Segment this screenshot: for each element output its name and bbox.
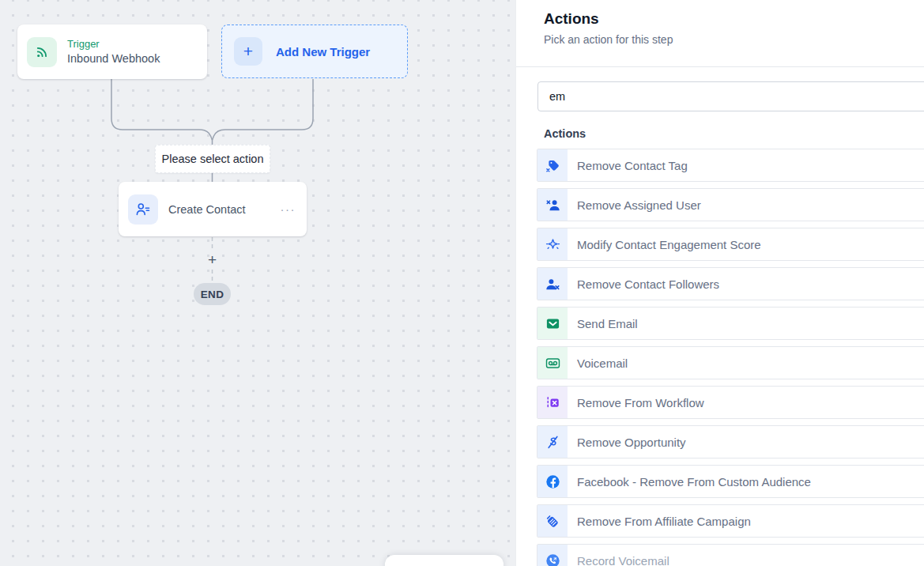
voicemail-icon [537, 347, 568, 379]
action-item-remove-affiliate-campaign[interactable]: Remove From Affiliate Campaign [537, 504, 924, 538]
workflow-canvas[interactable]: Trigger Inbound Webhook + Add New Trigge… [0, 0, 515, 566]
connector-lines [0, 0, 515, 566]
action-search-input[interactable] [537, 81, 924, 111]
action-item-label: Remove Assigned User [577, 198, 701, 212]
add-step-button[interactable]: + [204, 252, 221, 268]
action-item-label: Remove From Affiliate Campaign [577, 515, 751, 528]
action-item-facebook-remove-custom-audience[interactable]: Facebook - Remove From Custom Audience [537, 465, 924, 498]
email-icon [537, 308, 568, 339]
action-item-remove-contact-tag[interactable]: Remove Contact Tag [537, 149, 924, 182]
add-new-trigger-button[interactable]: + Add New Trigger [221, 25, 408, 78]
trigger-node-subtitle: Inbound Webhook [67, 51, 160, 66]
trigger-node-title: Trigger [67, 38, 160, 51]
panel-header: Actions Pick an action for this step [516, 0, 924, 67]
action-item-remove-assigned-user[interactable]: Remove Assigned User [537, 188, 924, 221]
end-label: END [201, 289, 224, 300]
action-item-send-email[interactable]: Send Email [537, 307, 924, 340]
action-item-label: Remove Contact Tag [577, 159, 688, 172]
panel-subtitle: Pick an action for this step [544, 33, 924, 46]
more-options-icon[interactable]: ··· [281, 202, 296, 216]
action-prompt-node[interactable]: Please select action [155, 145, 270, 173]
action-prompt-label: Please select action [162, 153, 264, 165]
action-item-label: Modify Contact Engagement Score [577, 238, 761, 251]
action-item-label: Facebook - Remove From Custom Audience [577, 475, 811, 489]
webhook-rss-icon [27, 37, 57, 67]
action-item-label: Remove Opportunity [577, 436, 686, 449]
phone-record-icon [537, 545, 568, 566]
user-remove-icon [537, 189, 568, 221]
plus-icon: + [234, 37, 262, 66]
create-contact-node[interactable]: Create Contact ··· [119, 182, 307, 236]
followers-remove-icon [537, 268, 568, 300]
action-item-label: Voicemail [577, 357, 628, 370]
workflow-remove-icon [537, 387, 568, 418]
action-item-label: Remove Contact Followers [577, 277, 719, 291]
action-item-label: Record Voicemail [577, 554, 669, 566]
actions-panel: Actions Pick an action for this step Act… [515, 0, 924, 566]
action-item-remove-from-workflow[interactable]: Remove From Workflow [537, 386, 924, 419]
action-list: Remove Contact Tag Remove Assigned User [537, 149, 924, 566]
action-item-remove-opportunity[interactable]: Remove Opportunity [537, 425, 924, 458]
trigger-node[interactable]: Trigger Inbound Webhook [17, 25, 207, 79]
facebook-icon [537, 466, 568, 497]
action-item-label: Send Email [577, 317, 638, 330]
handshake-icon [537, 505, 568, 537]
canvas-toolbar[interactable] [385, 555, 503, 566]
action-item-label: Remove From Workflow [577, 396, 704, 409]
opportunity-remove-icon [537, 426, 568, 458]
action-item-modify-engagement-score[interactable]: Modify Contact Engagement Score [537, 228, 924, 261]
add-new-trigger-label: Add New Trigger [276, 45, 370, 58]
engagement-score-icon [537, 228, 568, 260]
end-node: END [194, 283, 231, 305]
tag-remove-icon [537, 149, 568, 181]
action-item-voicemail[interactable]: Voicemail [537, 346, 924, 379]
action-item-remove-contact-followers[interactable]: Remove Contact Followers [537, 267, 924, 300]
contact-person-icon [128, 194, 158, 225]
workflow-builder: Trigger Inbound Webhook + Add New Trigge… [0, 0, 924, 566]
actions-section-label: Actions [544, 127, 924, 140]
action-item-record-voicemail[interactable]: Record Voicemail [537, 544, 924, 566]
panel-title: Actions [544, 10, 924, 28]
create-contact-label: Create Contact [168, 203, 246, 216]
